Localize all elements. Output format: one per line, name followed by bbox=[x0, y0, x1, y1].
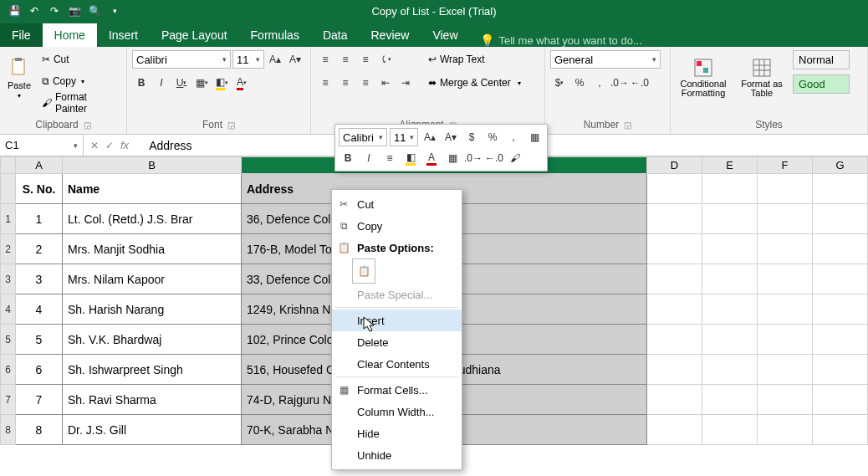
col-header-A[interactable]: A bbox=[16, 157, 63, 174]
cell[interactable] bbox=[702, 294, 758, 325]
bold-button[interactable]: B bbox=[132, 74, 151, 92]
col-header-G[interactable]: G bbox=[813, 157, 868, 174]
cut-button[interactable]: ✂Cut bbox=[37, 50, 121, 69]
mini-align-icon[interactable]: ≡ bbox=[380, 149, 399, 167]
row-header[interactable]: 3 bbox=[1, 264, 16, 294]
camera-icon[interactable]: 📷 bbox=[69, 5, 80, 17]
dialog-launcher-icon[interactable]: ◲ bbox=[624, 120, 631, 130]
cell[interactable]: Mrs. Manjit Sodhia bbox=[63, 234, 242, 264]
select-all-corner[interactable] bbox=[1, 157, 16, 174]
cell[interactable] bbox=[647, 234, 702, 264]
mini-font-combo[interactable]: Calibri▾ bbox=[339, 128, 387, 146]
mini-bold-button[interactable]: B bbox=[339, 149, 357, 167]
col-header-F[interactable]: F bbox=[758, 157, 813, 174]
mini-format-painter-icon[interactable]: 🖌 bbox=[506, 149, 524, 167]
increase-indent-icon[interactable]: ⇥ bbox=[396, 74, 415, 92]
cell[interactable]: 7 bbox=[16, 385, 63, 415]
decrease-indent-icon[interactable]: ⇤ bbox=[376, 74, 395, 92]
paste-button[interactable]: Paste ▾ bbox=[5, 50, 33, 105]
col-header-E[interactable]: E bbox=[702, 157, 758, 174]
tab-home[interactable]: Home bbox=[43, 23, 97, 47]
ctx-column-width[interactable]: Column Width... bbox=[332, 401, 462, 422]
increase-font-icon[interactable]: A▴ bbox=[266, 50, 284, 69]
row-header[interactable]: 5 bbox=[1, 325, 16, 355]
align-top-icon[interactable]: ≡ bbox=[316, 50, 334, 69]
mini-grow-font-icon[interactable]: A▴ bbox=[421, 128, 439, 146]
cancel-icon[interactable]: ✕ bbox=[90, 140, 99, 151]
cell[interactable]: 8 bbox=[16, 415, 63, 445]
copy-button[interactable]: ⧉Copy▾ bbox=[37, 72, 121, 90]
mini-fill-color-icon[interactable]: ◧ bbox=[401, 149, 420, 167]
cell[interactable] bbox=[813, 234, 868, 264]
align-bottom-icon[interactable]: ≡ bbox=[356, 50, 375, 69]
cell[interactable]: Sh. Ravi Sharma bbox=[63, 385, 242, 415]
print-preview-icon[interactable]: 🔍 bbox=[89, 5, 100, 17]
conditional-formatting-button[interactable]: Conditional Formatting bbox=[676, 50, 731, 105]
row-header[interactable]: 6 bbox=[1, 355, 16, 385]
cell[interactable]: Sh. Ishwarpreet Singh bbox=[63, 355, 242, 385]
cell[interactable]: S. No. bbox=[16, 174, 63, 204]
cell[interactable]: Sh. Harish Narang bbox=[63, 294, 242, 325]
cell[interactable] bbox=[758, 385, 813, 415]
row-header[interactable] bbox=[1, 174, 16, 204]
cell[interactable] bbox=[758, 264, 813, 294]
cell[interactable] bbox=[647, 294, 702, 325]
name-box[interactable]: C1▾ bbox=[0, 135, 84, 156]
orientation-icon[interactable]: ⤹▾ bbox=[376, 50, 395, 69]
cell[interactable] bbox=[758, 294, 813, 325]
borders-button[interactable]: ▦▾ bbox=[192, 74, 211, 92]
cell[interactable]: 2 bbox=[16, 234, 63, 264]
cell[interactable] bbox=[813, 264, 868, 294]
ctx-insert[interactable]: Insert bbox=[332, 310, 462, 331]
fx-icon[interactable]: fx bbox=[120, 139, 129, 151]
cell[interactable] bbox=[758, 415, 813, 445]
align-center-icon[interactable]: ≡ bbox=[336, 74, 355, 92]
cell[interactable] bbox=[813, 385, 868, 415]
qat-customize-icon[interactable]: ▾ bbox=[109, 5, 120, 17]
mini-size-combo[interactable]: 11▾ bbox=[390, 128, 418, 146]
cell[interactable] bbox=[813, 204, 868, 234]
wrap-text-button[interactable]: ↩Wrap Text bbox=[423, 50, 526, 69]
mini-inc-decimal-icon[interactable]: .0→ bbox=[464, 149, 483, 167]
font-size-combo[interactable]: 11▾ bbox=[232, 50, 264, 69]
tab-data[interactable]: Data bbox=[311, 23, 360, 47]
cell[interactable] bbox=[647, 174, 702, 204]
mini-font-color-icon[interactable]: A bbox=[422, 149, 441, 167]
cell-style-normal[interactable]: Normal bbox=[793, 50, 850, 69]
cell[interactable] bbox=[758, 325, 813, 355]
ctx-copy[interactable]: ⧉Copy bbox=[332, 215, 462, 237]
cell[interactable] bbox=[813, 415, 868, 445]
format-painter-button[interactable]: 🖌Format Painter bbox=[37, 94, 121, 112]
cell[interactable] bbox=[702, 174, 758, 204]
format-as-table-button[interactable]: Format as Table bbox=[734, 50, 789, 105]
tab-file[interactable]: File bbox=[0, 23, 43, 47]
cell[interactable]: Dr. J.S. Gill bbox=[63, 415, 242, 445]
italic-button[interactable]: I bbox=[152, 74, 171, 92]
cell[interactable]: Sh. V.K. Bhardwaj bbox=[63, 325, 242, 355]
save-icon[interactable]: 💾 bbox=[8, 5, 20, 17]
cell[interactable] bbox=[813, 355, 868, 385]
mini-comma-icon[interactable]: , bbox=[504, 128, 523, 146]
row-header[interactable]: 8 bbox=[1, 415, 16, 445]
mini-borders-icon[interactable]: ▦ bbox=[443, 149, 462, 167]
mini-format-icon[interactable]: ▦ bbox=[525, 128, 544, 146]
col-header-D[interactable]: D bbox=[647, 157, 702, 174]
tab-review[interactable]: Review bbox=[360, 23, 421, 47]
redo-icon[interactable]: ↷ bbox=[49, 5, 60, 17]
font-color-button[interactable]: A▾ bbox=[232, 74, 251, 92]
cell[interactable] bbox=[758, 174, 813, 204]
cell[interactable] bbox=[702, 415, 758, 445]
cell[interactable]: 1 bbox=[16, 204, 63, 234]
col-header-B[interactable]: B bbox=[63, 157, 242, 174]
ctx-delete[interactable]: Delete bbox=[332, 331, 462, 353]
cell[interactable]: Lt. Col. (Retd.) J.S. Brar bbox=[63, 204, 242, 234]
cell[interactable] bbox=[702, 264, 758, 294]
align-middle-icon[interactable]: ≡ bbox=[336, 50, 355, 69]
cell[interactable] bbox=[758, 355, 813, 385]
cell[interactable] bbox=[647, 264, 702, 294]
ctx-clear-contents[interactable]: Clear Contents bbox=[332, 353, 462, 375]
ctx-hide[interactable]: Hide bbox=[332, 422, 462, 444]
cell[interactable] bbox=[702, 204, 758, 234]
cell[interactable] bbox=[813, 325, 868, 355]
comma-format-icon[interactable]: , bbox=[590, 74, 609, 92]
